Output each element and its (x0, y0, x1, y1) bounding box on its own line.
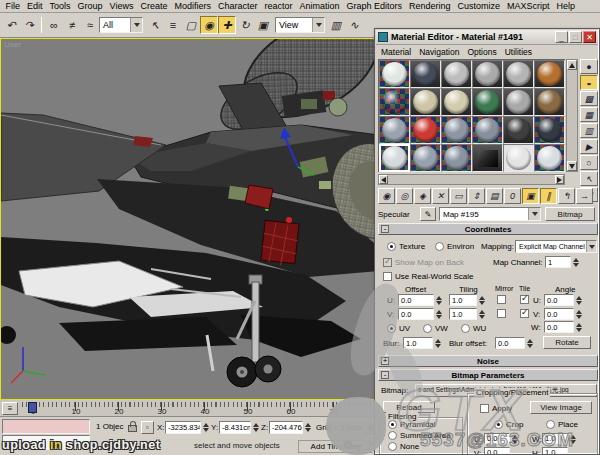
put-to-library-icon[interactable]: ▤ (486, 188, 503, 204)
view-image-button[interactable]: View Image (530, 401, 592, 414)
w-angle-spinner[interactable] (574, 321, 583, 333)
material-sample-slot[interactable] (379, 144, 410, 172)
material-sample-slot[interactable] (534, 116, 565, 144)
u-tiling-field[interactable]: 1.0 (449, 294, 477, 306)
scroll-down-icon[interactable] (567, 161, 577, 171)
v-tile-checkbox[interactable] (520, 309, 529, 318)
filtering-radio[interactable] (388, 420, 397, 429)
go-forward-to-sibling-icon[interactable]: → (576, 188, 593, 204)
select-by-material-icon[interactable]: ↖ (580, 171, 598, 186)
y-coord-field[interactable]: -8.431cm (219, 421, 251, 434)
select-by-name-icon[interactable]: ≡ (164, 16, 182, 34)
crop-radio[interactable] (494, 420, 503, 429)
material-sample-slot[interactable] (410, 116, 441, 144)
scroll-left-icon[interactable] (379, 175, 388, 184)
menu-item[interactable]: Views (106, 1, 137, 11)
vw-radio[interactable] (423, 324, 432, 333)
make-material-copy-icon[interactable]: ▭ (450, 188, 467, 204)
menu-item[interactable]: Modifiers (171, 1, 215, 11)
blur-field[interactable]: 1.0 (403, 337, 433, 349)
make-unique-icon[interactable]: ⇕ (468, 188, 485, 204)
w-angle-field[interactable]: 0.0 (544, 321, 574, 333)
menu-item[interactable]: Character (214, 1, 261, 11)
u-offset-spinner[interactable] (434, 294, 443, 306)
select-object-icon[interactable]: ↖ (146, 16, 164, 34)
maximize-button[interactable]: □ (569, 31, 582, 43)
v-mirror-checkbox[interactable] (497, 309, 506, 318)
coordinates-rollout-header[interactable]: - Coordinates (378, 223, 598, 235)
sample-slot-horizontal-scrollbar[interactable] (378, 174, 565, 185)
v-tiling-spinner[interactable] (477, 308, 486, 320)
dropdown-arrow-icon[interactable] (312, 18, 324, 32)
get-material-icon[interactable]: ◉ (378, 188, 395, 204)
menu-item[interactable]: Tools (46, 1, 74, 11)
undo-icon[interactable]: ↶ (2, 16, 20, 34)
dropdown-arrow-icon[interactable] (586, 241, 596, 252)
menu-item[interactable]: Edit (24, 1, 47, 11)
show-map-in-viewport-icon[interactable]: ▣ (522, 188, 539, 204)
x-coord-field[interactable]: -3235.834c (165, 421, 201, 434)
uv-radio[interactable] (387, 324, 396, 333)
select-and-move-icon[interactable]: ✚ (218, 16, 236, 34)
use-real-world-scale-checkbox[interactable] (383, 272, 392, 281)
show-map-on-back-checkbox[interactable] (383, 258, 392, 267)
z-spinner[interactable] (303, 421, 312, 433)
wu-radio[interactable] (461, 324, 470, 333)
u-angle-field[interactable]: 0.0 (544, 294, 574, 306)
u-tiling-spinner[interactable] (477, 294, 486, 306)
put-material-to-scene-icon[interactable]: ◎ (396, 188, 413, 204)
material-sample-slot[interactable] (379, 88, 410, 116)
time-slider-handle[interactable] (28, 402, 37, 413)
filtering-radio[interactable] (388, 442, 397, 451)
crop-w-field[interactable]: 1.0 (542, 433, 568, 444)
material-sample-slot[interactable] (441, 116, 472, 144)
minimize-button[interactable]: _ (555, 31, 568, 43)
apply-checkbox[interactable] (480, 404, 489, 413)
material-sample-slot[interactable] (410, 88, 441, 116)
menu-item[interactable]: Create (137, 1, 171, 11)
crop-u-field[interactable]: 0.0 (484, 433, 510, 444)
reset-map-icon[interactable]: ✕ (432, 188, 449, 204)
crop-v-field[interactable]: 0.0 (484, 447, 510, 455)
u-mirror-checkbox[interactable] (497, 295, 506, 304)
set-keys-key-icon[interactable] (344, 441, 352, 449)
material-editor-menu-item[interactable]: Material (377, 47, 415, 57)
noise-rollout-header[interactable]: + Noise (378, 355, 598, 367)
material-sample-slot[interactable] (503, 88, 534, 116)
sample-type-icon[interactable]: ● (580, 59, 598, 74)
select-and-uniform-scale-icon[interactable]: ▣ (254, 16, 272, 34)
scroll-up-icon[interactable] (567, 60, 577, 70)
material-sample-slot[interactable] (472, 116, 503, 144)
material-editor-menu-item[interactable]: Navigation (415, 47, 463, 57)
v-angle-field[interactable]: 0.0 (544, 308, 574, 320)
crop-u-spinner[interactable] (510, 433, 519, 445)
menu-item[interactable]: Group (74, 1, 106, 11)
select-and-manipulate-icon[interactable]: ∿ (345, 16, 363, 34)
material-sample-slot[interactable] (503, 144, 534, 172)
material-editor-menu-item[interactable]: Options (463, 47, 500, 57)
reference-coordinate-dropdown[interactable]: View (275, 17, 325, 33)
backlight-icon[interactable]: ◒ (580, 75, 598, 90)
scroll-right-icon[interactable] (555, 175, 564, 184)
pick-material-eyedropper-icon[interactable]: ✎ (420, 207, 436, 221)
material-sample-slot[interactable] (472, 88, 503, 116)
blur-spinner[interactable] (433, 337, 442, 349)
select-and-link-icon[interactable]: ∞ (45, 16, 63, 34)
material-sample-slot[interactable] (534, 60, 565, 88)
absolute-offset-mode-button[interactable]: ▫ (141, 421, 154, 434)
selection-lock-icon[interactable] (128, 425, 137, 432)
menu-item[interactable]: Animation (296, 1, 343, 11)
maxscript-macro-recorder-field[interactable] (2, 419, 90, 434)
material-sample-slot[interactable] (441, 60, 472, 88)
material-sample-slot[interactable] (472, 60, 503, 88)
blur-offset-field[interactable]: 0.0 (495, 337, 525, 349)
material-id-channel-icon[interactable]: 0 (504, 188, 521, 204)
menu-item[interactable]: MAXScript (504, 1, 554, 11)
material-sample-slot[interactable] (503, 116, 534, 144)
dropdown-arrow-icon[interactable] (130, 18, 142, 32)
environ-radio[interactable] (435, 242, 444, 251)
menu-item[interactable]: File (2, 1, 24, 11)
select-and-rotate-icon[interactable]: ↻ (236, 16, 254, 34)
expand-icon[interactable]: + (381, 357, 389, 365)
z-coord-field[interactable]: -204.476cm (269, 421, 303, 434)
